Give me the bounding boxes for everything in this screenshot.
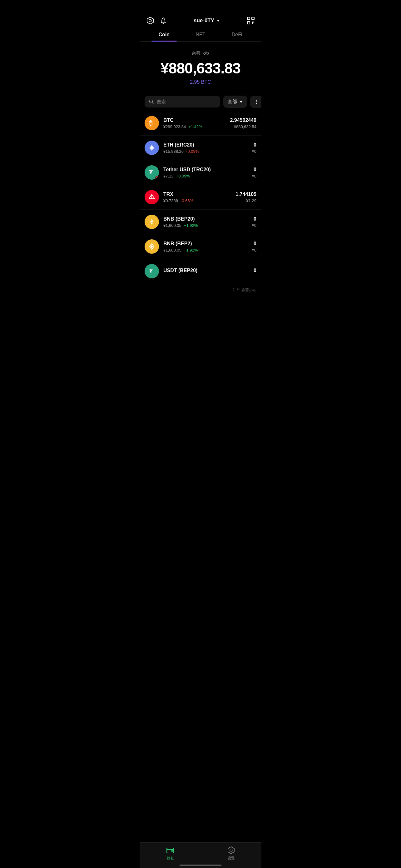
svg-rect-3 [252, 17, 254, 20]
svg-rect-6 [253, 22, 254, 23]
coin-balance-trx: 1.744105 ¥1.29 [235, 191, 257, 203]
chevron-down-icon [217, 20, 220, 22]
filter-button[interactable]: 全部 [223, 96, 247, 108]
svg-rect-5 [252, 22, 253, 23]
usdt-bep20-icon: ₮ [144, 264, 159, 278]
svg-text:₮: ₮ [149, 169, 153, 176]
bnb-bep20-icon [144, 215, 159, 229]
balance-label: 余额 [146, 50, 255, 57]
list-item[interactable]: ₮ USDT (BEP20) 0 [140, 259, 261, 285]
coin-info-trx: TRX ¥0.7388 -0.66% [163, 191, 231, 203]
hexagon-icon[interactable] [146, 16, 155, 25]
coin-balance-bnb-bep2: 0 ¥0 [252, 241, 257, 252]
btc-icon: ₿ [144, 116, 159, 130]
svg-point-1 [149, 19, 152, 22]
coin-balance-usdt-trc20: 0 ¥0 [252, 167, 257, 178]
eye-icon[interactable] [203, 50, 209, 57]
svg-marker-28 [151, 245, 153, 248]
filter-chevron-icon [239, 101, 243, 103]
svg-line-11 [153, 102, 154, 104]
tab-defi[interactable]: DeFi [219, 29, 255, 41]
coin-info-eth: ETH (ERC20) ¥15,938.26 -0.09% [163, 142, 248, 154]
svg-rect-2 [247, 17, 250, 20]
svg-marker-25 [151, 223, 153, 225]
coin-balance-btc: 2.94502449 ¥880,632.54 [230, 118, 257, 129]
eth-icon [144, 141, 159, 155]
search-wrapper[interactable] [144, 96, 220, 107]
svg-marker-0 [147, 17, 153, 24]
search-icon [149, 99, 154, 104]
svg-point-12 [257, 100, 257, 101]
bell-icon[interactable] [160, 17, 167, 24]
svg-point-26 [151, 221, 153, 223]
list-item[interactable]: ₮ T Tether USD (TRC20) ¥7.13 +0.09% 0 ¥0 [140, 160, 261, 185]
svg-point-8 [204, 52, 209, 55]
account-selector[interactable]: sue-0TY [194, 18, 220, 24]
status-bar [140, 0, 261, 14]
balance-amount: ¥880,633.83 [146, 60, 255, 77]
coin-info-usdt-bep20: USDT (BEP20) [163, 268, 249, 275]
coin-balance-eth: 0 ¥0 [252, 142, 257, 154]
svg-text:₿: ₿ [149, 120, 153, 127]
main-tabs: Coin NFT DeFi [140, 29, 261, 41]
scan-icon[interactable] [246, 16, 255, 25]
list-item[interactable]: BNB (BEP20) ¥1,660.05 +1.92% 0 ¥0 [140, 210, 261, 234]
more-button[interactable] [250, 96, 261, 108]
list-item[interactable]: ₿ BTC ¥299,023.84 +1.42% 2.94502449 ¥880… [140, 111, 261, 135]
svg-point-9 [205, 53, 207, 54]
balance-section: 余额 ¥880,633.83 2.95 BTC [140, 41, 261, 92]
coin-info-bnb-bep2: BNB (BEP2) ¥1,660.05 +1.92% [163, 241, 248, 252]
account-name: sue-0TY [194, 18, 214, 24]
coin-info-usdt-trc20: Tether USD (TRC20) ¥7.13 +0.09% [163, 167, 248, 178]
list-item[interactable]: TRX ¥0.7388 -0.66% 1.744105 ¥1.29 [140, 185, 261, 210]
balance-btc: 2.95 BTC [146, 80, 255, 85]
coin-list: ₿ BTC ¥299,023.84 +1.42% 2.94502449 ¥880… [140, 111, 261, 285]
list-item[interactable]: ETH (ERC20) ¥15,938.26 -0.09% 0 ¥0 [140, 135, 261, 160]
trx-icon [144, 190, 159, 204]
list-item[interactable]: BNB (BEP2) ¥1,660.05 +1.92% 0 ¥0 [140, 234, 261, 259]
search-bar: 全部 [140, 92, 261, 111]
bnb-bep2-icon [144, 239, 159, 254]
svg-marker-22 [151, 219, 153, 221]
svg-point-14 [257, 103, 257, 104]
tab-coin[interactable]: Coin [146, 29, 182, 41]
coin-balance-bnb-bep20: 0 ¥0 [252, 216, 257, 228]
svg-rect-7 [252, 23, 253, 24]
svg-rect-4 [247, 22, 250, 24]
search-input[interactable] [157, 99, 216, 104]
top-nav-left [146, 16, 167, 25]
more-dots-icon [254, 99, 260, 105]
top-nav: sue-0TY [140, 14, 261, 29]
svg-point-13 [257, 101, 257, 102]
coin-info-btc: BTC ¥299,023.84 +1.42% [163, 118, 226, 129]
usdt-trc20-icon: ₮ T [144, 165, 159, 180]
watermark: 知乎 @蓝小灰 [140, 285, 261, 318]
coin-balance-usdt-bep20: 0 [254, 268, 257, 275]
svg-text:₮: ₮ [149, 268, 153, 274]
coin-info-bnb-bep20: BNB (BEP20) ¥1,660.05 +1.92% [163, 216, 248, 228]
tab-nft[interactable]: NFT [182, 29, 219, 41]
